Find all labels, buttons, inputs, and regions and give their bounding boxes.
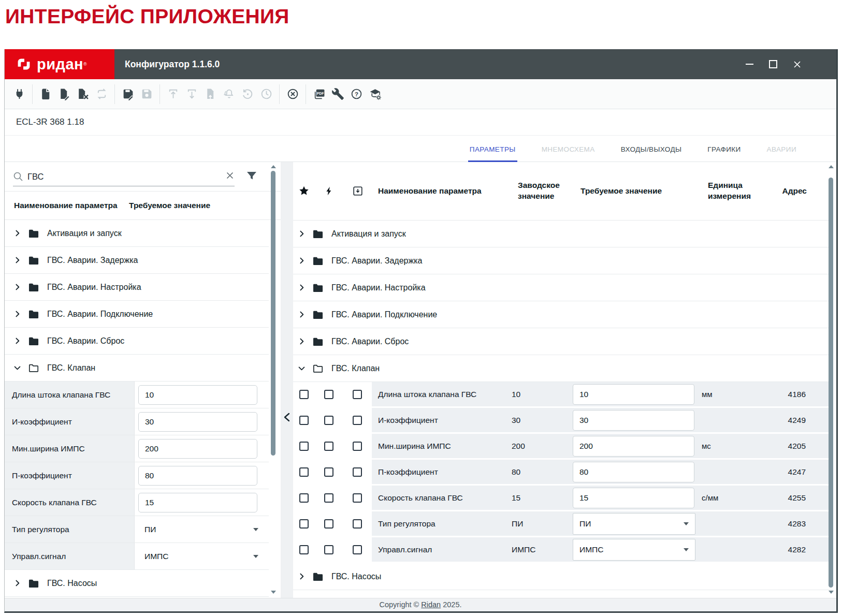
left-scrollbar-thumb[interactable] <box>271 171 275 456</box>
required-value-input[interactable] <box>573 488 694 508</box>
toolbar-separator <box>306 84 306 104</box>
edit-file-button[interactable] <box>55 84 74 104</box>
required-value-select[interactable]: ПИ <box>573 513 695 535</box>
tree-folder-row[interactable]: ГВС. Аварии. Настройка <box>5 274 269 301</box>
maximize-button[interactable] <box>768 59 778 69</box>
scroll-up-icon[interactable] <box>829 165 834 168</box>
tree-folder-row[interactable]: ГВС. Аварии. Подключение <box>293 301 833 328</box>
search-input[interactable] <box>27 169 209 184</box>
save-edit-button[interactable] <box>119 84 137 104</box>
param-value-input[interactable] <box>138 412 257 432</box>
checkbox-monitor[interactable] <box>324 467 333 477</box>
cancel-button[interactable] <box>283 84 302 104</box>
education-settings-button[interactable] <box>366 84 384 104</box>
tree-folder-row[interactable]: ГВС. Насосы <box>293 563 833 590</box>
param-label-cell: Длина штока клапана ГВС <box>5 382 135 408</box>
right-scrollbar-thumb[interactable] <box>829 178 833 588</box>
param-value-input[interactable] <box>138 466 257 486</box>
required-value-input[interactable] <box>573 410 694 431</box>
checkbox-write[interactable] <box>353 442 362 451</box>
required-value-input[interactable] <box>573 462 694 482</box>
tree-folder-row[interactable]: ГВС. Основные настройки <box>293 590 833 598</box>
folder-icon <box>28 282 40 292</box>
checkbox-monitor[interactable] <box>324 442 333 451</box>
upload-button <box>164 84 182 104</box>
param-label-cell: Скорость клапана ГВС <box>5 489 135 516</box>
address-cell: 4283 <box>758 511 833 536</box>
help-button[interactable]: ? <box>347 84 366 104</box>
tree-folder-row[interactable]: ГВС. Насосы <box>5 570 269 597</box>
checkbox-monitor[interactable] <box>324 416 333 425</box>
checkbox-monitor[interactable] <box>324 493 333 503</box>
star-icon[interactable] <box>293 185 315 197</box>
param-value-cell: ИМПС <box>135 543 269 569</box>
checkbox-monitor[interactable] <box>324 390 333 399</box>
new-file-button[interactable] <box>36 84 55 104</box>
param-label: Тип регулятора <box>12 525 69 534</box>
checkbox-favorite[interactable] <box>299 467 309 477</box>
checkbox-favorite[interactable] <box>299 493 309 503</box>
tree-folder-row[interactable]: ГВС. Аварии. Сброс <box>293 328 833 355</box>
tab-parameters[interactable]: ПАРАМЕТРЫ <box>468 145 517 162</box>
param-value-input[interactable] <box>138 385 257 405</box>
clear-search-button[interactable] <box>226 171 234 180</box>
checkbox-write[interactable] <box>353 519 362 529</box>
checkbox-monitor[interactable] <box>324 545 333 554</box>
main-area: Наименование параметра Требуемое значени… <box>5 162 836 598</box>
checkbox-favorite[interactable] <box>299 442 309 451</box>
plug-button[interactable] <box>10 84 28 104</box>
scroll-down-icon[interactable] <box>829 591 834 594</box>
tree-folder-row[interactable]: Активация и запуск <box>5 220 269 247</box>
collapse-panel-button[interactable] <box>282 412 292 423</box>
checkbox-write[interactable] <box>353 493 362 503</box>
ridan-link[interactable]: Ridan <box>421 600 441 609</box>
lightning-icon[interactable] <box>315 185 343 197</box>
logo-wordmark: ридан <box>37 56 83 73</box>
checkbox-write[interactable] <box>353 390 362 399</box>
param-value-input[interactable] <box>138 493 257 512</box>
tab-charts[interactable]: ГРАФИКИ <box>706 145 742 162</box>
app-window: ридан ® Конфигуратор 1.1.6.0 PDF? ECL-3R… <box>4 49 838 613</box>
pdf-button[interactable]: PDF <box>310 84 328 104</box>
param-value-select[interactable]: ПИ <box>138 516 269 542</box>
download-button <box>182 84 201 104</box>
device-name: ECL-3R 368 1.18 <box>16 109 836 135</box>
filter-button[interactable] <box>245 170 258 182</box>
scroll-down-icon[interactable] <box>271 591 276 594</box>
factory-value: ИМПС <box>512 545 535 554</box>
wrench-button[interactable] <box>328 84 347 104</box>
left-scrollbar[interactable] <box>271 162 276 598</box>
checkbox-monitor[interactable] <box>324 519 333 529</box>
close-button[interactable] <box>792 59 802 69</box>
tree-folder-row[interactable]: ГВС. Аварии. Сброс <box>5 328 269 355</box>
param-value-input[interactable] <box>138 439 257 459</box>
right-scrollbar[interactable] <box>829 162 834 598</box>
tree-folder-row[interactable]: ГВС. Аварии. Задержка <box>5 247 269 274</box>
checkbox-write[interactable] <box>353 545 362 554</box>
folder-label: ГВС. Клапан <box>47 363 95 373</box>
scroll-up-icon[interactable] <box>271 165 276 168</box>
tree-folder-row[interactable]: ГВС. Аварии. Задержка <box>293 247 833 274</box>
checkbox-favorite[interactable] <box>299 416 309 425</box>
tree-folder-row[interactable]: ГВС. Клапан <box>293 355 833 382</box>
param-value-select[interactable]: ИМПС <box>138 543 269 569</box>
required-value-input[interactable] <box>573 436 694 457</box>
checkbox-write[interactable] <box>353 467 362 477</box>
download-tray-icon[interactable] <box>343 185 372 197</box>
folder-icon <box>28 228 40 239</box>
checkbox-favorite[interactable] <box>299 545 309 554</box>
tab-inputs-outputs[interactable]: ВХОДЫ/ВЫХОДЫ <box>619 145 684 162</box>
checkbox-write[interactable] <box>353 416 362 425</box>
tree-folder-row[interactable]: ГВС. Аварии. Настройка <box>293 274 833 301</box>
minimize-button[interactable] <box>744 59 754 69</box>
tree-folder-row[interactable]: ГВС. Клапан <box>5 355 269 382</box>
checkbox-favorite[interactable] <box>299 390 309 399</box>
tree-folder-row[interactable]: ГВС. Аварии. Подключение <box>5 301 269 328</box>
required-value-input[interactable] <box>573 384 694 405</box>
checkbox-favorite[interactable] <box>299 519 309 529</box>
folder-icon <box>312 229 324 239</box>
tree-folder-row[interactable]: Активация и запуск <box>293 221 833 247</box>
required-value-select[interactable]: ИМПС <box>573 539 695 561</box>
delete-file-button[interactable] <box>74 84 92 104</box>
param-row: Длина штока клапана ГВС <box>5 382 269 408</box>
